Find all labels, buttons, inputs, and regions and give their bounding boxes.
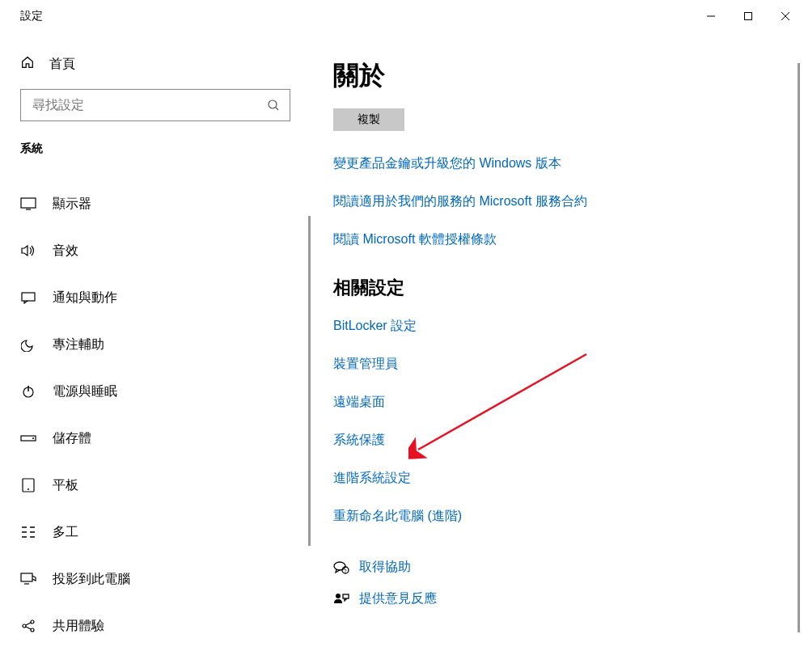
window-title: 設定 [0,9,43,23]
sidebar-item-label: 投影到此電腦 [53,571,130,588]
close-button[interactable] [767,0,804,32]
sidebar-item-multitasking[interactable]: 多工 [0,509,311,556]
sidebar-item-label: 音效 [53,243,78,260]
category-heading: 系統 [0,142,311,156]
sidebar-item-projecting[interactable]: 投影到此電腦 [0,556,311,602]
shared-icon [20,619,36,633]
svg-rect-21 [21,573,32,581]
search-icon [257,99,290,112]
copy-button[interactable]: 複製 [333,108,404,131]
sidebar-item-sound[interactable]: 音效 [0,227,311,274]
link-system-protection[interactable]: 系統保護 [333,432,804,449]
svg-point-25 [31,628,34,632]
svg-point-31 [336,594,341,598]
sidebar-item-label: 電源與睡眠 [53,383,117,400]
projecting-icon [20,573,36,585]
sidebar-item-label: 共用體驗 [53,618,104,635]
svg-line-26 [26,623,31,625]
feedback-row[interactable]: 提供意見反應 [333,590,804,607]
content-scrollbar[interactable] [798,63,800,632]
link-device-manager[interactable]: 裝置管理員 [333,356,804,373]
display-icon [20,197,36,210]
minimize-button[interactable] [692,0,730,32]
svg-rect-1 [745,13,752,20]
link-advanced-system[interactable]: 進階系統設定 [333,470,804,487]
svg-line-5 [276,108,278,110]
link-remote-desktop[interactable]: 遠端桌面 [333,394,804,411]
sidebar-item-notifications[interactable]: 通知與動作 [0,274,311,321]
link-rename-pc[interactable]: 重新命名此電腦 (進階) [333,508,804,525]
svg-point-14 [28,488,29,490]
svg-point-4 [269,100,277,108]
sidebar-item-label: 通知與動作 [53,290,117,306]
search-field[interactable] [21,98,257,112]
storage-icon [20,433,36,443]
get-help-row[interactable]: ? 取得協助 [333,559,804,576]
home-icon [20,55,35,73]
link-license-terms[interactable]: 閱讀 Microsoft 軟體授權條款 [333,231,804,248]
link-change-product-key[interactable]: 變更產品金鑰或升級您的 Windows 版本 [333,155,804,172]
sidebar-item-storage[interactable]: 儲存體 [0,415,311,462]
link-service-agreement[interactable]: 閱讀適用於我們的服務的 Microsoft 服務合約 [333,193,804,210]
sidebar-item-label: 儲存體 [53,430,91,447]
sound-icon [20,244,36,257]
sidebar-item-power[interactable]: 電源與睡眠 [0,368,311,415]
focus-assist-icon [20,337,36,352]
get-help-link[interactable]: 取得協助 [359,559,411,576]
maximize-button[interactable] [730,0,767,32]
svg-rect-32 [343,594,349,598]
feedback-icon [333,592,359,606]
sidebar-item-label: 顯示器 [53,196,91,213]
svg-line-27 [26,627,31,629]
related-settings-heading: 相關設定 [333,276,804,300]
notifications-icon [20,291,36,304]
sidebar-item-label: 多工 [53,524,78,541]
sidebar-item-display[interactable]: 顯示器 [0,180,311,227]
feedback-link[interactable]: 提供意見反應 [359,590,437,607]
help-icon: ? [333,560,359,575]
sidebar-item-tablet[interactable]: 平板 [0,462,311,509]
svg-point-23 [23,624,26,628]
sidebar-item-shared[interactable]: 共用體驗 [0,602,311,649]
sidebar-item-label: 平板 [53,477,78,494]
page-title: 關於 [333,58,804,94]
link-bitlocker[interactable]: BitLocker 設定 [333,318,804,335]
svg-point-24 [31,620,34,623]
svg-point-12 [32,437,34,439]
power-icon [20,384,36,399]
sidebar-item-label: 專注輔助 [53,336,104,353]
home-label: 首頁 [49,56,75,73]
home-nav[interactable]: 首頁 [0,55,311,73]
sidebar-item-focus-assist[interactable]: 專注輔助 [0,321,311,368]
search-input[interactable] [20,89,290,121]
svg-rect-6 [21,198,36,208]
window-controls [692,0,804,32]
multitasking-icon [20,526,36,539]
tablet-icon [20,478,36,492]
svg-rect-8 [22,293,35,301]
